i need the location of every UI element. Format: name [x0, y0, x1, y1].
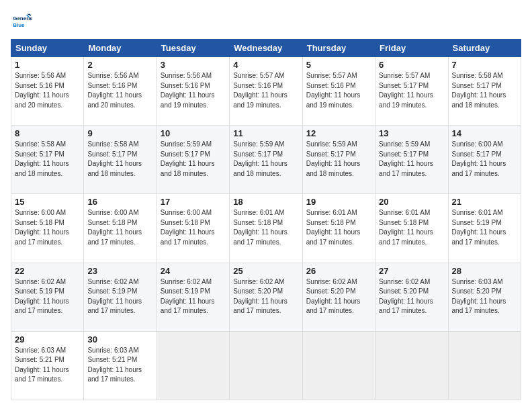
calendar-cell: 6Sunrise: 5:57 AMSunset: 5:17 PMDaylight…: [375, 57, 448, 126]
weekday-header-saturday: Saturday: [448, 40, 521, 57]
calendar-cell: 28Sunrise: 6:03 AMSunset: 5:20 PMDayligh…: [448, 263, 521, 331]
logo: General Blue: [11, 11, 36, 32]
day-number: 3: [161, 60, 226, 70]
calendar-cell: [230, 331, 302, 400]
calendar-cell: 20Sunrise: 6:01 AMSunset: 5:18 PMDayligh…: [375, 194, 448, 263]
calendar-cell: 27Sunrise: 6:02 AMSunset: 5:20 PMDayligh…: [375, 263, 448, 331]
calendar-cell: [157, 331, 229, 400]
calendar-week-4: 22Sunrise: 6:02 AMSunset: 5:19 PMDayligh…: [11, 263, 521, 331]
day-number: 4: [233, 60, 298, 70]
calendar-week-3: 15Sunrise: 6:00 AMSunset: 5:18 PMDayligh…: [11, 194, 521, 263]
day-number: 15: [15, 197, 80, 207]
calendar-cell: [302, 331, 375, 400]
calendar-body: 1Sunrise: 5:56 AMSunset: 5:16 PMDaylight…: [11, 57, 521, 400]
calendar-cell: 14Sunrise: 6:00 AMSunset: 5:17 PMDayligh…: [448, 126, 521, 194]
day-number: 14: [452, 128, 517, 138]
day-number: 28: [452, 266, 517, 276]
day-number: 24: [161, 266, 226, 276]
cell-info: Sunrise: 6:03 AMSunset: 5:20 PMDaylight:…: [452, 277, 517, 316]
calendar-cell: 5Sunrise: 5:57 AMSunset: 5:16 PMDaylight…: [302, 57, 375, 126]
day-number: 16: [87, 197, 152, 207]
calendar-cell: 2Sunrise: 5:56 AMSunset: 5:16 PMDaylight…: [84, 57, 157, 126]
cell-info: Sunrise: 5:56 AMSunset: 5:16 PMDaylight:…: [87, 71, 152, 110]
weekday-header-friday: Friday: [375, 40, 448, 57]
cell-info: Sunrise: 6:03 AMSunset: 5:21 PMDaylight:…: [15, 346, 80, 385]
page: General Blue SundayMondayTuesdayWednesda…: [0, 0, 532, 411]
calendar-week-1: 1Sunrise: 5:56 AMSunset: 5:16 PMDaylight…: [11, 57, 521, 126]
cell-info: Sunrise: 6:00 AMSunset: 5:18 PMDaylight:…: [161, 208, 226, 247]
cell-info: Sunrise: 6:01 AMSunset: 5:18 PMDaylight:…: [306, 208, 371, 247]
cell-info: Sunrise: 6:00 AMSunset: 5:18 PMDaylight:…: [87, 208, 152, 247]
day-number: 8: [15, 128, 80, 138]
day-number: 2: [87, 60, 152, 70]
cell-info: Sunrise: 5:59 AMSunset: 5:17 PMDaylight:…: [379, 140, 444, 179]
calendar-cell: 24Sunrise: 6:02 AMSunset: 5:19 PMDayligh…: [157, 263, 229, 331]
calendar-cell: 3Sunrise: 5:56 AMSunset: 5:16 PMDaylight…: [157, 57, 229, 126]
day-number: 25: [233, 266, 298, 276]
day-number: 6: [379, 60, 444, 70]
weekday-header-wednesday: Wednesday: [230, 40, 302, 57]
cell-info: Sunrise: 6:02 AMSunset: 5:20 PMDaylight:…: [379, 277, 444, 316]
svg-text:Blue: Blue: [13, 22, 25, 28]
day-number: 12: [306, 128, 371, 138]
calendar-cell: 11Sunrise: 5:59 AMSunset: 5:17 PMDayligh…: [230, 126, 302, 194]
cell-info: Sunrise: 6:00 AMSunset: 5:18 PMDaylight:…: [15, 208, 80, 247]
cell-info: Sunrise: 6:02 AMSunset: 5:19 PMDaylight:…: [87, 277, 152, 316]
cell-info: Sunrise: 5:57 AMSunset: 5:17 PMDaylight:…: [379, 71, 444, 110]
calendar-cell: 13Sunrise: 5:59 AMSunset: 5:17 PMDayligh…: [375, 126, 448, 194]
cell-info: Sunrise: 6:02 AMSunset: 5:19 PMDaylight:…: [161, 277, 226, 316]
cell-info: Sunrise: 5:57 AMSunset: 5:16 PMDaylight:…: [306, 71, 371, 110]
day-number: 29: [15, 334, 80, 345]
calendar-cell: 26Sunrise: 6:02 AMSunset: 5:20 PMDayligh…: [302, 263, 375, 331]
day-number: 7: [452, 60, 517, 70]
calendar-cell: 4Sunrise: 5:57 AMSunset: 5:16 PMDaylight…: [230, 57, 302, 126]
day-number: 26: [306, 266, 371, 276]
day-number: 1: [15, 60, 80, 70]
cell-info: Sunrise: 5:57 AMSunset: 5:16 PMDaylight:…: [233, 71, 298, 110]
day-number: 10: [161, 128, 226, 138]
day-number: 21: [452, 197, 517, 207]
calendar-week-5: 29Sunrise: 6:03 AMSunset: 5:21 PMDayligh…: [11, 331, 521, 400]
calendar-cell: 30Sunrise: 6:03 AMSunset: 5:21 PMDayligh…: [84, 331, 157, 400]
cell-info: Sunrise: 6:02 AMSunset: 5:20 PMDaylight:…: [306, 277, 371, 316]
calendar-cell: [448, 331, 521, 400]
calendar-cell: 10Sunrise: 5:59 AMSunset: 5:17 PMDayligh…: [157, 126, 229, 194]
day-number: 22: [15, 266, 80, 276]
cell-info: Sunrise: 5:58 AMSunset: 5:17 PMDaylight:…: [87, 140, 152, 179]
day-number: 18: [233, 197, 298, 207]
cell-info: Sunrise: 6:00 AMSunset: 5:17 PMDaylight:…: [452, 140, 517, 179]
svg-text:General: General: [13, 15, 32, 21]
day-number: 27: [379, 266, 444, 276]
calendar-cell: 16Sunrise: 6:00 AMSunset: 5:18 PMDayligh…: [84, 194, 157, 263]
weekday-header-thursday: Thursday: [302, 40, 375, 57]
calendar-cell: 23Sunrise: 6:02 AMSunset: 5:19 PMDayligh…: [84, 263, 157, 331]
calendar-cell: 9Sunrise: 5:58 AMSunset: 5:17 PMDaylight…: [84, 126, 157, 194]
weekday-header-tuesday: Tuesday: [157, 40, 229, 57]
day-number: 23: [87, 266, 152, 276]
cell-info: Sunrise: 6:03 AMSunset: 5:21 PMDaylight:…: [87, 346, 152, 385]
cell-info: Sunrise: 6:01 AMSunset: 5:18 PMDaylight:…: [379, 208, 444, 247]
header: General Blue: [11, 11, 521, 32]
weekday-header-sunday: Sunday: [11, 40, 84, 57]
day-number: 19: [306, 197, 371, 207]
day-number: 5: [306, 60, 371, 70]
calendar-week-2: 8Sunrise: 5:58 AMSunset: 5:17 PMDaylight…: [11, 126, 521, 194]
calendar-cell: 7Sunrise: 5:58 AMSunset: 5:17 PMDaylight…: [448, 57, 521, 126]
calendar-cell: 18Sunrise: 6:01 AMSunset: 5:18 PMDayligh…: [230, 194, 302, 263]
calendar-cell: 29Sunrise: 6:03 AMSunset: 5:21 PMDayligh…: [11, 331, 84, 400]
weekday-header-monday: Monday: [84, 40, 157, 57]
calendar-table: SundayMondayTuesdayWednesdayThursdayFrid…: [11, 39, 521, 400]
cell-info: Sunrise: 6:01 AMSunset: 5:19 PMDaylight:…: [452, 208, 517, 247]
calendar-cell: 25Sunrise: 6:02 AMSunset: 5:20 PMDayligh…: [230, 263, 302, 331]
calendar-cell: 15Sunrise: 6:00 AMSunset: 5:18 PMDayligh…: [11, 194, 84, 263]
logo-icon: General Blue: [11, 11, 32, 32]
calendar-cell: 22Sunrise: 6:02 AMSunset: 5:19 PMDayligh…: [11, 263, 84, 331]
calendar-cell: [375, 331, 448, 400]
cell-info: Sunrise: 6:02 AMSunset: 5:20 PMDaylight:…: [233, 277, 298, 316]
day-number: 11: [233, 128, 298, 138]
day-number: 9: [87, 128, 152, 138]
calendar-cell: 8Sunrise: 5:58 AMSunset: 5:17 PMDaylight…: [11, 126, 84, 194]
cell-info: Sunrise: 5:59 AMSunset: 5:17 PMDaylight:…: [233, 140, 298, 179]
cell-info: Sunrise: 6:01 AMSunset: 5:18 PMDaylight:…: [233, 208, 298, 247]
cell-info: Sunrise: 5:58 AMSunset: 5:17 PMDaylight:…: [452, 71, 517, 110]
